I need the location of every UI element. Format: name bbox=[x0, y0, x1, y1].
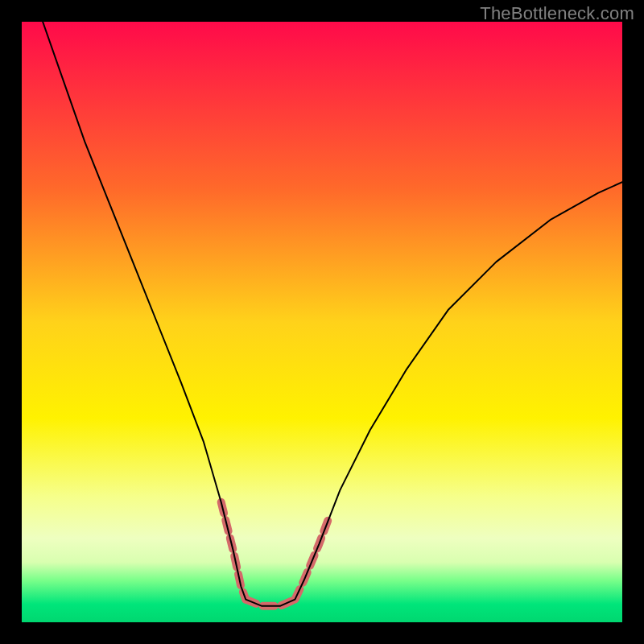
watermark-text: TheBottleneck.com bbox=[480, 3, 634, 24]
chart-frame: TheBottleneck.com bbox=[0, 0, 644, 644]
chart-svg bbox=[22, 22, 622, 622]
plot-area bbox=[22, 22, 622, 622]
